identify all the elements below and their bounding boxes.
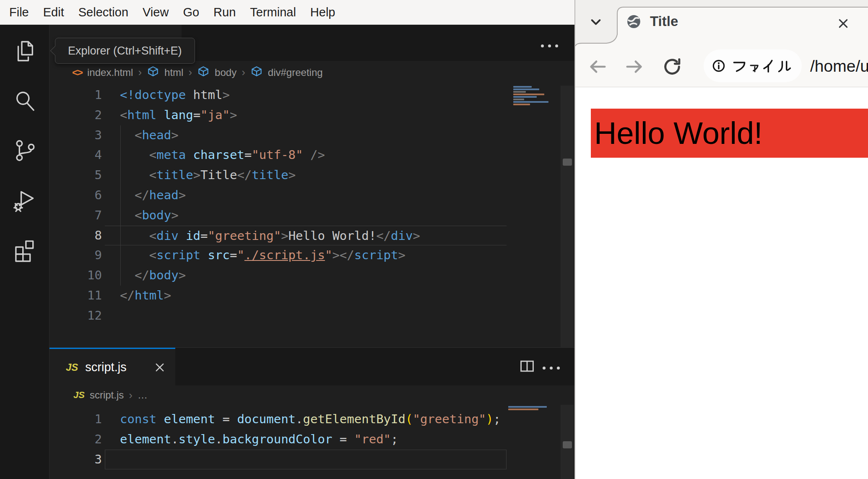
chevron-right-icon: ›: [129, 389, 133, 402]
extensions-icon[interactable]: [12, 237, 38, 263]
reload-button-icon[interactable]: [663, 57, 682, 78]
code-line: 2<html lang="ja">: [49, 105, 507, 125]
code-line: 1const element = document.getElementById…: [49, 409, 507, 430]
chevron-right-icon: ›: [138, 66, 142, 79]
code-editor-html[interactable]: 1<!doctype html>2<html lang="ja">3 <head…: [49, 85, 507, 326]
editor-tab-bar-js: JS script.js: [49, 348, 575, 385]
tooltip-text: Explorer (Ctrl+Shift+E): [68, 44, 182, 57]
scrollbar-thumb[interactable]: [563, 441, 572, 448]
js-file-icon: JS: [66, 362, 78, 373]
address-chip-glyphs: [731, 58, 793, 74]
browser-window: Title: [575, 0, 868, 479]
greeting-div: Hello World!: [591, 109, 868, 158]
code-line: 8 <div id="greeting">Hello World!</div>: [49, 226, 507, 246]
address-scheme-chip[interactable]: [704, 49, 802, 82]
js-file-icon: JS: [73, 390, 85, 401]
code-line: 6 </head>: [49, 185, 507, 206]
close-tab-icon[interactable]: [154, 362, 166, 373]
code-line: 2element.style.backgroundColor = "red";: [49, 430, 507, 450]
tab-script-js[interactable]: JS script.js: [49, 348, 175, 385]
minimap-js[interactable]: [508, 406, 548, 411]
code-line: 4 <meta charset="utf-8" />: [49, 145, 507, 165]
symbol-cube-icon: [147, 65, 159, 80]
code-line: 3: [49, 450, 507, 470]
minimap-html[interactable]: [513, 86, 549, 106]
symbol-cube-icon: [250, 65, 263, 80]
desktop: File Edit Selection View Go Run Terminal…: [0, 0, 868, 479]
code-line: 12: [49, 306, 507, 326]
globe-icon: [626, 14, 642, 31]
browser-tab-title[interactable]: Title: [650, 13, 678, 29]
vscode-menubar: File Edit Selection View Go Run Terminal…: [0, 0, 575, 25]
scrollbar-js[interactable]: [561, 405, 574, 479]
menu-terminal[interactable]: Terminal: [250, 5, 296, 19]
menu-help[interactable]: Help: [310, 5, 335, 19]
back-button-icon[interactable]: [588, 57, 607, 78]
breadcrumb-html-seg[interactable]: html: [164, 67, 183, 78]
tab-label: script.js: [85, 360, 126, 374]
source-control-icon[interactable]: [12, 138, 38, 164]
browser-header: Title: [575, 0, 868, 87]
address-url-text[interactable]: /home/u: [810, 57, 868, 75]
chevron-right-icon: ›: [188, 66, 192, 79]
search-icon[interactable]: [12, 88, 38, 114]
code-line: 9 <script src="./script.js"></script>: [49, 245, 507, 266]
breadcrumb-more[interactable]: …: [138, 389, 148, 401]
code-line: 7 <body>: [49, 206, 507, 226]
chevron-right-icon: ›: [242, 66, 245, 79]
code-line: 5 <title>Title</title>: [49, 165, 507, 185]
info-icon: [712, 59, 725, 73]
code-editor-js[interactable]: 1const element = document.getElementById…: [49, 409, 507, 469]
split-editor-icon[interactable]: [518, 357, 536, 377]
menu-run[interactable]: Run: [213, 5, 236, 19]
explorer-icon[interactable]: [12, 38, 38, 64]
breadcrumb-js: JS script.js › …: [73, 385, 148, 405]
breadcrumb-div-seg[interactable]: div#greeting: [268, 67, 323, 78]
menu-selection[interactable]: Selection: [78, 5, 128, 19]
close-tab-icon[interactable]: [838, 18, 849, 29]
run-and-debug-icon[interactable]: [12, 187, 38, 213]
code-line: 10 </body>: [49, 266, 507, 286]
explorer-tooltip: Explorer (Ctrl+Shift+E): [55, 38, 195, 64]
forward-button-icon[interactable]: [625, 57, 644, 78]
breadcrumb-body-seg[interactable]: body: [215, 67, 236, 78]
breadcrumb-file[interactable]: script.js: [90, 389, 124, 401]
code-line: 3 <head>: [49, 125, 507, 146]
scrollbar-html[interactable]: [561, 86, 574, 347]
menu-view[interactable]: View: [143, 5, 169, 19]
menu-file[interactable]: File: [9, 5, 29, 19]
scrollbar-thumb[interactable]: [563, 159, 572, 166]
browser-viewport: Hello World!: [575, 87, 868, 479]
symbol-cube-icon: [197, 65, 210, 80]
menu-go[interactable]: Go: [183, 5, 199, 19]
code-line: 11</html>: [49, 286, 507, 306]
html-file-icon: <>: [72, 67, 82, 78]
indent-guide: [120, 125, 121, 286]
menu-edit[interactable]: Edit: [43, 5, 64, 19]
breadcrumb-html: <> index.html › html › body › div#greeti…: [72, 61, 323, 84]
tab-search-chevron-icon[interactable]: [589, 15, 603, 30]
code-line: 1<!doctype html>: [49, 85, 507, 105]
activity-bar: [0, 25, 49, 479]
panel-actions-more-icon[interactable]: [543, 367, 560, 370]
editor-actions-more-icon[interactable]: [541, 44, 558, 47]
breadcrumb-file[interactable]: index.html: [87, 67, 133, 78]
